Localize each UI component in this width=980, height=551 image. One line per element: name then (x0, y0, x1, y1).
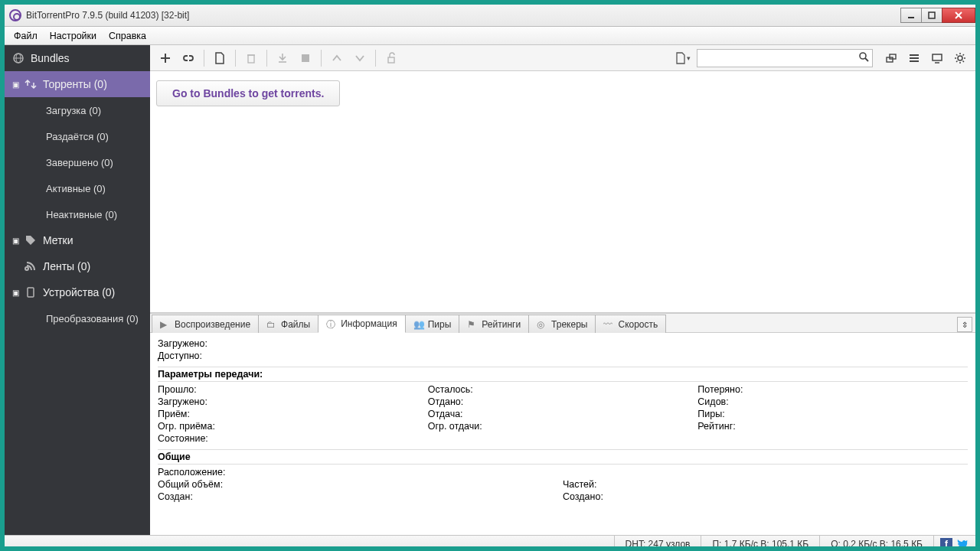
facebook-icon[interactable]: f (940, 538, 952, 550)
sidebar-inactive[interactable]: Неактивные (0) (5, 201, 150, 227)
field-seeds: Сидов: (697, 396, 968, 408)
start-button[interactable] (272, 48, 293, 68)
tab-files[interactable]: 🗀Файлы (258, 315, 318, 333)
tab-trackers[interactable]: ◎Трекеры (528, 315, 596, 333)
field-pieces: Частей: (563, 478, 968, 491)
field-status: Состояние: (158, 432, 968, 445)
sidebar-label: Метки (43, 234, 74, 246)
maximize-button[interactable] (921, 8, 942, 23)
sidebar-downloading[interactable]: Загрузка (0) (5, 97, 150, 123)
status-upload[interactable]: О: 0.2 КБ/с В: 16.5 КБ (819, 536, 933, 551)
create-torrent-button[interactable] (209, 48, 230, 68)
svg-rect-13 (302, 54, 309, 62)
share-button[interactable] (880, 48, 902, 68)
svg-line-30 (963, 60, 965, 62)
preferences-button[interactable] (949, 48, 971, 68)
sidebar-labels[interactable]: ▣ Метки (5, 227, 150, 253)
sidebar: Bundles ▣ Торренты (0) Загрузка (0) Разд… (5, 45, 150, 535)
remote-button[interactable] (926, 48, 948, 68)
field-downloaded: Загружено: (158, 396, 428, 408)
menu-help[interactable]: Справка (103, 29, 152, 43)
sidebar-label: Преобразования (0) (46, 313, 139, 324)
collapse-icon: ▣ (12, 289, 18, 297)
move-down-button[interactable] (349, 48, 371, 68)
sidebar-label: Bundles (31, 52, 70, 64)
sidebar-label: Торренты (0) (43, 78, 107, 90)
sidebar-active[interactable]: Активные (0) (5, 175, 150, 201)
field-rating: Рейтинг: (697, 420, 968, 432)
sidebar-devices[interactable]: ▣ Устройства (0) (5, 279, 150, 305)
tab-playback[interactable]: ▶Воспроизведение (152, 315, 259, 333)
move-up-button[interactable] (326, 48, 348, 68)
flag-icon: ⚑ (467, 319, 478, 330)
window-title: BitTorrentPro 7.9.5 (build 41203) [32-bi… (26, 10, 189, 21)
folder-icon: 🗀 (266, 319, 277, 330)
svg-rect-7 (28, 288, 34, 297)
sidebar-label: Завершено (0) (46, 157, 113, 168)
list-view-button[interactable] (903, 48, 925, 68)
search-category-button[interactable]: ▾ (672, 48, 694, 68)
sidebar-conversions[interactable]: Преобразования (0) (5, 305, 150, 331)
field-dllimit: Огр. приёма: (158, 420, 428, 432)
sidebar-label: Активные (0) (46, 183, 106, 194)
search-input[interactable] (697, 49, 873, 67)
field-ulspeed: Отдача: (428, 408, 698, 420)
field-size: Общий объём: (158, 478, 563, 491)
sidebar-torrents[interactable]: ▣ Торренты (0) (5, 71, 150, 97)
menu-settings[interactable]: Настройки (44, 29, 103, 43)
add-url-button[interactable] (178, 48, 199, 68)
sidebar-completed[interactable]: Завершено (0) (5, 149, 150, 175)
add-torrent-button[interactable] (155, 48, 176, 68)
close-button[interactable] (942, 8, 975, 23)
transfer-icon (24, 78, 37, 90)
speed-icon: 〰 (603, 319, 614, 330)
field-wasted: Потеряно: (697, 383, 968, 396)
unlock-button[interactable] (381, 48, 402, 68)
status-dht[interactable]: DHT: 247 узлов (614, 536, 701, 551)
menu-file[interactable]: Файл (8, 29, 44, 43)
remove-button[interactable] (240, 48, 262, 68)
field-dlspeed: Приём: (158, 408, 428, 420)
section-transfer: Параметры передачи: (158, 367, 968, 382)
field-uploaded: Отдано: (428, 396, 698, 408)
svg-rect-22 (933, 54, 942, 60)
globe-icon (12, 52, 24, 64)
svg-line-31 (956, 60, 958, 62)
sidebar-bundles[interactable]: Bundles (5, 45, 150, 71)
field-availability: Доступно: (158, 350, 968, 362)
statusbar: DHT: 247 узлов П: 1.7 КБ/с В: 105.1 КБ О… (5, 535, 975, 551)
rss-icon (24, 260, 37, 272)
collapse-detail-button[interactable]: ⇳ (957, 317, 972, 332)
peers-icon: 👥 (413, 319, 424, 330)
svg-line-29 (956, 54, 958, 56)
minimize-button[interactable] (900, 8, 922, 23)
info-icon: ⓘ (326, 318, 337, 329)
sidebar-feeds[interactable]: Ленты (0) (5, 253, 150, 279)
field-created: Создан: (158, 491, 563, 503)
content: ▾ Go to Bundles to get torrents. ▶Воспро… (150, 45, 975, 535)
sidebar-label: Раздаётся (0) (46, 131, 109, 142)
tracker-icon: ◎ (537, 319, 547, 330)
tab-ratings[interactable]: ⚑Рейтинги (459, 315, 529, 333)
tab-info[interactable]: ⓘИнформация (318, 315, 405, 333)
svg-rect-14 (388, 57, 394, 63)
titlebar: BitTorrentPro 7.9.5 (build 41203) [32-bi… (5, 0, 975, 27)
stop-button[interactable] (295, 48, 316, 68)
status-download[interactable]: П: 1.7 КБ/с В: 105.1 КБ (701, 536, 819, 551)
svg-rect-10 (248, 55, 254, 63)
sidebar-label: Ленты (0) (43, 260, 90, 272)
tab-peers[interactable]: 👥Пиры (405, 315, 460, 333)
bundles-banner[interactable]: Go to Bundles to get torrents. (156, 80, 340, 106)
twitter-icon[interactable] (956, 538, 968, 550)
device-icon (24, 286, 37, 298)
section-general: Общие (158, 449, 968, 465)
tag-icon (24, 234, 37, 246)
svg-line-16 (865, 58, 868, 61)
search-icon[interactable] (858, 51, 869, 64)
menubar: Файл Настройки Справка (5, 27, 975, 45)
detail-tabs: ▶Воспроизведение 🗀Файлы ⓘИнформация 👥Пир… (150, 313, 975, 333)
collapse-icon: ▣ (12, 236, 18, 245)
sidebar-seeding[interactable]: Раздаётся (0) (5, 123, 150, 149)
tab-speed[interactable]: 〰Скорость (595, 315, 666, 333)
torrent-list: Go to Bundles to get torrents. (150, 71, 975, 313)
